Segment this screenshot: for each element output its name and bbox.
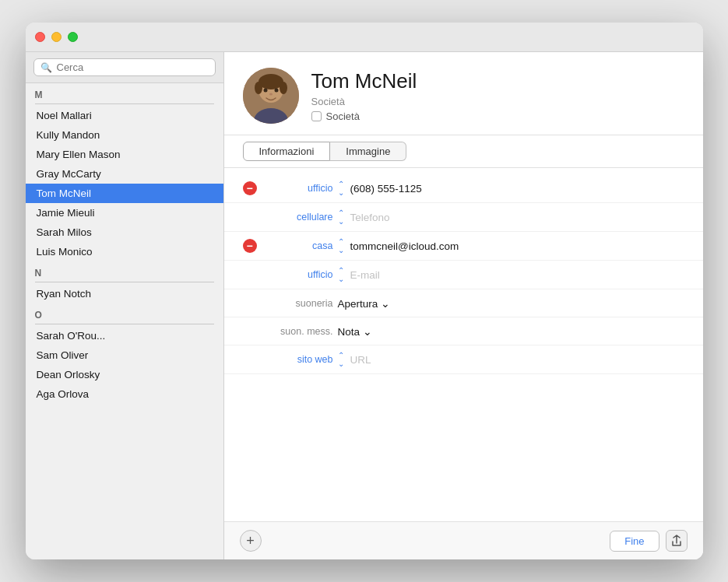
stepper-icon[interactable]: ⌃⌄	[338, 180, 344, 197]
field-label-casa[interactable]: casa	[263, 240, 333, 251]
share-button[interactable]	[666, 530, 688, 552]
contact-name: Tom McNeil	[311, 69, 684, 93]
field-value-phone-placeholder[interactable]: Telefono	[350, 212, 684, 223]
field-row-suon-mess: suon. mess. Nota ⌄	[224, 317, 703, 345]
remove-button[interactable]: −	[243, 239, 257, 253]
tabs-row: Informazioni Immagine	[224, 135, 703, 168]
divider	[35, 324, 214, 324]
svg-point-4	[280, 82, 287, 94]
stepper-icon[interactable]: ⌃⌄	[338, 351, 344, 368]
field-label-cellulare[interactable]: cellulare	[263, 212, 333, 223]
contact-item[interactable]: Luis Monico	[26, 242, 223, 261]
field-row-suoneria: suoneria Apertura ⌄	[224, 289, 703, 317]
field-label-suoneria: suoneria	[263, 298, 333, 309]
search-icon: 🔍	[40, 62, 52, 73]
contact-item[interactable]: Gray McCarty	[26, 164, 223, 184]
contact-item[interactable]: Sam Oliver	[26, 345, 223, 365]
field-row-email-casa: − casa ⌃⌄ tommcneil@icloud.com	[224, 232, 703, 261]
stepper-icon[interactable]: ⌃⌄	[338, 209, 344, 226]
contact-item-selected[interactable]: Tom McNeil	[26, 184, 223, 203]
section-header-n: N	[26, 261, 223, 280]
contact-item[interactable]: Jamie Mieuli	[26, 203, 223, 223]
contact-item[interactable]: Kully Mandon	[26, 125, 223, 145]
divider	[35, 282, 214, 282]
field-value-url[interactable]: URL	[350, 354, 684, 366]
company-checkbox-row: Società	[311, 110, 684, 122]
field-row-sito-web: sito web ⌃⌄ URL	[224, 345, 703, 374]
minimize-button[interactable]	[51, 32, 62, 42]
field-value-phone[interactable]: (608) 555-1125	[350, 183, 684, 195]
field-row-phone-ufficio: − ufficio ⌃⌄ (608) 555-1125	[224, 174, 703, 203]
search-input-wrap[interactable]: 🔍	[33, 58, 216, 76]
svg-point-7	[274, 89, 278, 93]
done-button[interactable]: Fine	[610, 531, 659, 552]
field-label-ufficio[interactable]: ufficio	[263, 183, 333, 194]
contact-item[interactable]: Sarah Milos	[26, 223, 223, 242]
close-button[interactable]	[35, 32, 45, 42]
field-row-email-ufficio: ufficio ⌃⌄ E-mail	[224, 261, 703, 289]
contact-header: Tom McNeil Società Società	[224, 52, 703, 135]
contact-item[interactable]: Sarah O'Rou...	[26, 326, 223, 345]
stepper-icon[interactable]: ⌃⌄	[338, 237, 344, 254]
share-icon	[671, 535, 682, 547]
field-row-phone-cellulare: cellulare ⌃⌄ Telefono	[224, 203, 703, 232]
field-label-sito-web[interactable]: sito web	[263, 354, 333, 365]
divider	[35, 103, 214, 104]
contact-item[interactable]: Dean Orlosky	[26, 365, 223, 384]
field-label-suon-mess: suon. mess.	[263, 326, 333, 337]
svg-point-3	[255, 82, 262, 94]
sidebar: 🔍 M Noel Mallari Kully Mandon Mary Ellen…	[26, 52, 224, 559]
field-label-ufficio-email[interactable]: ufficio	[263, 269, 333, 280]
section-header-m: M	[26, 83, 223, 102]
contact-item[interactable]: Noel Mallari	[26, 106, 223, 125]
remove-button[interactable]: −	[243, 181, 257, 195]
contact-item-mary-ellen-mason[interactable]: Mary Ellen Mason	[26, 145, 223, 164]
field-value-suoneria[interactable]: Apertura ⌄	[338, 297, 684, 310]
contact-item-ryan-notch[interactable]: Ryan Notch	[26, 284, 223, 303]
maximize-button[interactable]	[68, 32, 78, 42]
search-bar: 🔍	[26, 52, 223, 83]
company-checkbox[interactable]	[311, 111, 322, 121]
company-checkbox-label: Società	[326, 110, 360, 122]
main-content: 🔍 M Noel Mallari Kully Mandon Mary Ellen…	[26, 52, 703, 559]
svg-point-8	[269, 93, 273, 96]
field-value-email-placeholder[interactable]: E-mail	[350, 269, 684, 281]
fields-area: − ufficio ⌃⌄ (608) 555-1125 cellulare ⌃⌄…	[224, 168, 703, 521]
tab-informazioni[interactable]: Informazioni	[243, 142, 331, 161]
contact-list: M Noel Mallari Kully Mandon Mary Ellen M…	[26, 83, 223, 559]
bottom-bar: + Fine	[224, 521, 703, 559]
field-value-email[interactable]: tommcneil@icloud.com	[350, 240, 684, 252]
field-value-suon-mess[interactable]: Nota ⌄	[338, 325, 684, 338]
titlebar	[26, 23, 703, 52]
section-header-o: O	[26, 303, 223, 322]
tab-immagine[interactable]: Immagine	[330, 142, 406, 161]
search-input[interactable]	[57, 61, 209, 73]
contact-item[interactable]: Aga Orlova	[26, 384, 223, 404]
svg-point-6	[263, 89, 267, 93]
avatar	[243, 68, 299, 124]
contacts-window: 🔍 M Noel Mallari Kully Mandon Mary Ellen…	[26, 23, 703, 559]
company-label: Società	[311, 96, 684, 107]
contact-name-block: Tom McNeil Società Società	[311, 69, 684, 121]
add-field-button[interactable]: +	[240, 530, 262, 552]
stepper-icon[interactable]: ⌃⌄	[338, 266, 344, 283]
detail-panel: Tom McNeil Società Società Informazioni …	[224, 52, 703, 559]
